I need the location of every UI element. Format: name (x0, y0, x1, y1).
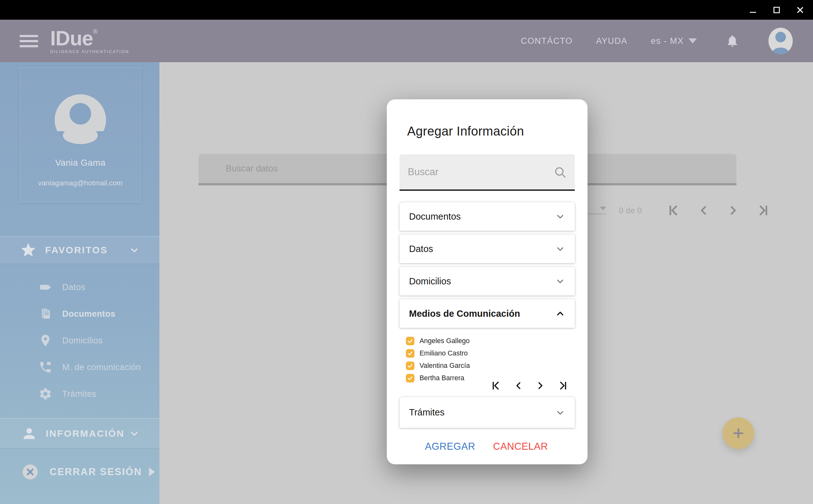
accordion-tramites[interactable]: Trámites (399, 397, 575, 428)
dialog-pagination (491, 380, 568, 391)
person-icon (21, 425, 37, 442)
language-selector[interactable]: es - MX (651, 36, 697, 46)
first-page-button[interactable] (668, 203, 682, 217)
dialog-search-input[interactable] (399, 154, 575, 189)
checkbox-row[interactable]: Angeles Gallego (406, 335, 470, 347)
sidebar-item-datos[interactable]: Datos (0, 274, 159, 301)
dialog-search-field (399, 154, 575, 191)
registered-mark: ® (93, 28, 98, 35)
chevron-down-icon (555, 211, 565, 222)
minimize-button[interactable] (748, 5, 758, 15)
star-icon (20, 242, 37, 259)
prev-page-button[interactable] (697, 203, 711, 217)
accordion-documentos[interactable]: Documentos (399, 202, 575, 231)
profile-card: Vania Gama vaniagamag@hotmail.com (20, 67, 141, 202)
dialog-title: Agregar Información (407, 124, 524, 138)
chevron-up-icon (555, 308, 565, 319)
sidebar-item-label: Datos (62, 282, 85, 292)
agregar-button[interactable]: AGREGAR (425, 441, 476, 452)
next-page-button[interactable] (726, 203, 740, 217)
last-page-button[interactable] (755, 203, 769, 217)
checkbox-label: Bertha Barrera (420, 374, 464, 382)
close-circle-icon (22, 463, 39, 481)
next-page-button[interactable] (535, 380, 546, 391)
accordion-tramites-wrap: Trámites (399, 397, 575, 428)
accordion-label: Trámites (409, 407, 445, 418)
informacion-label: INFORMACIÓN (46, 428, 124, 439)
favoritos-label: FAVORITOS (45, 245, 108, 255)
maximize-icon (772, 5, 781, 15)
search-icon (553, 165, 567, 179)
profile-email: vaniagamag@hotmail.com (38, 179, 123, 187)
checkbox-checked-icon[interactable] (406, 337, 415, 345)
maximize-button[interactable] (772, 5, 781, 15)
app-header: IDue® DILIGENCE AUTHENTICATION CONTÁCTO … (0, 20, 813, 62)
prev-page-button[interactable] (513, 380, 524, 391)
logo-text: IDue (50, 27, 93, 50)
checkbox-label: Angeles Gallego (420, 337, 470, 345)
last-page-button[interactable] (557, 380, 568, 391)
add-button[interactable] (723, 417, 754, 449)
sidebar-item-label: M. de comunicación (62, 362, 141, 372)
accordion-label: Documentos (409, 211, 461, 222)
chevron-down-icon (555, 244, 565, 254)
checkbox-checked-icon[interactable] (406, 349, 415, 358)
accordion-medios-comunicacion[interactable]: Medios de Comunicación (399, 299, 575, 328)
window-titlebar (0, 0, 813, 20)
dialog-actions: AGREGAR CANCELAR (425, 441, 548, 452)
nav-contacto[interactable]: CONTÁCTO (521, 36, 573, 46)
accordion-label: Domicilios (409, 276, 451, 287)
sidebar-item-tramites[interactable]: Trámites (0, 381, 159, 407)
checkbox-checked-icon[interactable] (406, 374, 415, 382)
profile-avatar-icon (55, 94, 106, 146)
avatar-icon (767, 28, 794, 54)
checkbox-checked-icon[interactable] (406, 361, 415, 370)
agregar-informacion-dialog: Agregar Información Documentos Datos Dom… (387, 99, 588, 464)
first-page-button[interactable] (491, 380, 503, 391)
cancelar-button[interactable]: CANCELAR (493, 441, 548, 452)
accordion-list: Documentos Datos Domicilios Medios de Co… (399, 202, 575, 332)
hamburger-icon (20, 35, 38, 37)
notifications-button[interactable] (725, 34, 739, 48)
logo-subtitle: DILIGENCE AUTHENTICATION (50, 50, 129, 54)
chevron-down-icon (129, 428, 140, 439)
checkbox-row[interactable]: Bertha Barrera (406, 372, 470, 384)
favoritos-items: Datos Documentos Domicilios M. de comuni… (0, 274, 159, 407)
minimize-icon (748, 5, 758, 15)
logout-label: CERRAR SESIÓN (50, 466, 142, 478)
sidebar: Vania Gama vaniagamag@hotmail.com FAVORI… (0, 62, 159, 504)
section-favoritos[interactable]: FAVORITOS (0, 236, 159, 264)
sidebar-item-label: Domicilios (62, 336, 103, 346)
checkbox-row[interactable]: Valentina García (406, 360, 470, 372)
close-icon (795, 5, 805, 15)
sidebar-item-domicilios[interactable]: Domicilios (0, 327, 159, 354)
logout-button[interactable]: CERRAR SESIÓN (0, 459, 159, 485)
close-button[interactable] (795, 5, 805, 15)
checkbox-row[interactable]: Emiliano Castro (406, 347, 470, 360)
accordion-datos[interactable]: Datos (399, 235, 575, 263)
location-pin-icon (37, 334, 53, 348)
accordion-domicilios[interactable]: Domicilios (399, 267, 575, 295)
sidebar-item-comunicacion[interactable]: M. de comunicación (0, 354, 159, 381)
checkbox-label: Valentina García (420, 362, 470, 370)
user-avatar-button[interactable] (767, 28, 794, 54)
sidebar-item-documentos[interactable]: Documentos (0, 301, 159, 327)
pagination-range: 0 de 0 (619, 206, 642, 215)
header-nav: CONTÁCTO AYUDA es - MX (521, 28, 813, 54)
section-informacion[interactable]: INFORMACIÓN (0, 418, 159, 448)
app-logo: IDue® DILIGENCE AUTHENTICATION (50, 28, 129, 54)
menu-button[interactable] (20, 35, 38, 47)
sidebar-item-label: Trámites (62, 389, 96, 399)
nav-ayuda[interactable]: AYUDA (596, 36, 628, 46)
caret-down-icon (689, 38, 697, 43)
accordion-label: Medios de Comunicación (409, 308, 520, 319)
chevron-down-icon (555, 408, 565, 418)
tag-icon (37, 280, 53, 295)
profile-name: Vania Gama (55, 158, 106, 168)
documents-icon (37, 307, 53, 321)
contact-checkbox-list: Angeles Gallego Emiliano Castro Valentin… (406, 335, 470, 384)
arrow-right-icon (149, 468, 155, 476)
bell-icon (725, 34, 739, 48)
accordion-label: Datos (409, 244, 433, 254)
phone-icon (37, 360, 53, 374)
